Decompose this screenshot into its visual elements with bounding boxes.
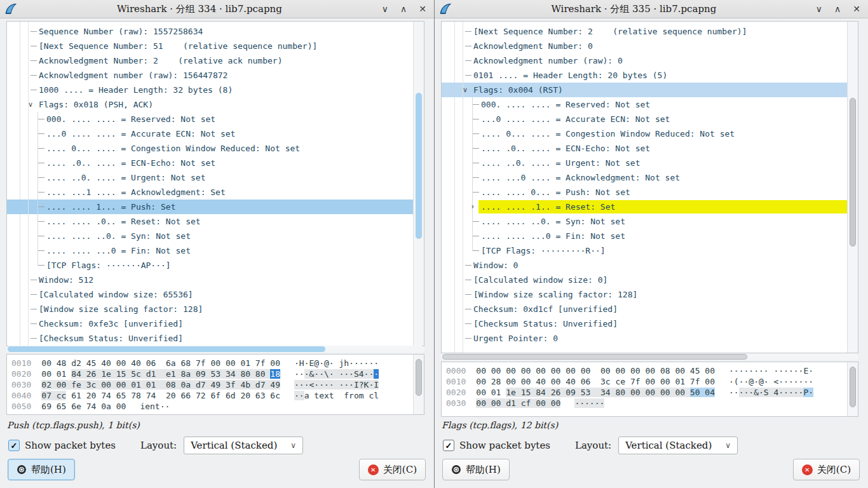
close-button[interactable]: ✕ 关闭(C) <box>359 459 426 480</box>
tree-vertical-scrollbar[interactable] <box>847 22 858 353</box>
tree-row[interactable]: .... 0... .... = Congestion Window Reduc… <box>442 126 848 141</box>
tree-row[interactable]: 000. .... .... = Reserved: Not set <box>7 112 414 126</box>
scrollbar-thumb[interactable] <box>442 354 747 360</box>
tree-row[interactable]: Sequence Number (raw): 1557258634 <box>7 24 414 39</box>
tree-row[interactable]: Checksum: 0xd1cf [unverified] <box>442 302 848 316</box>
hex-row[interactable]: 003000 00 d1 cf 00 00······ <box>446 398 848 409</box>
tree-row-label: [TCP Flags: ·······AP···] <box>46 261 171 270</box>
close-button[interactable]: ✕ 关闭(C) <box>793 459 860 480</box>
tree-row[interactable]: .... .... ...0 = Fin: Not set <box>7 243 414 258</box>
tree-row[interactable]: [Window size scaling factor: 128] <box>442 287 848 302</box>
tree-row[interactable]: .... ..0. .... = Urgent: Not set <box>7 170 414 185</box>
close-icon[interactable]: ✕ <box>419 0 426 18</box>
tree-row[interactable]: .... .... ..0. = Syn: Not set <box>442 214 848 229</box>
tree-row[interactable]: [Next Sequence Number: 51 (relative sequ… <box>7 39 414 53</box>
tree-row[interactable]: ∨Flags: 0x004 (RST) <box>442 83 848 97</box>
tree-row[interactable]: 000. .... .... = Reserved: Not set <box>442 97 848 112</box>
tree-row[interactable]: ...0 .... .... = Accurate ECN: Not set <box>7 126 414 141</box>
titlebar[interactable]: Wireshark · 分组 334 · lib7.pcapng ∨ ∧ ✕ <box>0 0 434 18</box>
hex-dump[interactable]: 001000 48 d2 45 40 00 40 06 6a 68 7f 00 … <box>7 355 414 414</box>
tree-row-label: [Window size scaling factor: 128] <box>473 290 637 299</box>
tree-row-label: .... ...0 .... = Acknowledgment: Not set <box>481 173 680 182</box>
tree-row[interactable]: ...0 .... .... = Accurate ECN: Not set <box>442 112 848 126</box>
hex-vertical-scrollbar[interactable] <box>413 355 424 414</box>
tree-row[interactable]: [TCP Flags: ·········R··] <box>442 243 848 258</box>
tree-row[interactable]: Window: 0 <box>442 258 848 273</box>
expander-collapsed-icon[interactable]: › <box>468 200 477 214</box>
tree-row[interactable]: Window: 512 <box>7 273 414 287</box>
tree-row[interactable]: .... .0.. .... = ECN-Echo: Not set <box>7 156 414 170</box>
tree-row[interactable]: Checksum: 0xfe3c [unverified] <box>7 316 414 331</box>
tree-row-label: [Next Sequence Number: 51 (relative sequ… <box>39 41 317 51</box>
expander-open-icon[interactable]: ∨ <box>26 97 35 112</box>
tree-row[interactable]: Acknowledgment Number: 0 <box>442 39 848 53</box>
hex-row[interactable]: 001000 28 00 00 40 00 40 06 3c ce 7f 00 … <box>446 376 848 387</box>
tree-horizontal-scrollbar[interactable] <box>441 353 858 360</box>
tree-row[interactable]: .... .0.. .... = ECN-Echo: Not set <box>442 141 848 156</box>
tree-row[interactable]: .... ...1 .... = Acknowledgment: Set <box>7 185 414 200</box>
hex-row[interactable]: 001000 48 d2 45 40 00 40 06 6a 68 7f 00 … <box>11 358 414 369</box>
hex-row[interactable]: 002000 01 84 26 1e 15 5c d1 e1 8a 09 53 … <box>11 369 414 379</box>
help-button[interactable]: 帮助(H) <box>8 459 75 480</box>
tree-guide-dash <box>38 163 44 163</box>
tree-guide-dash <box>473 163 479 163</box>
tree-row[interactable]: .... .... ..0. = Syn: Not set <box>7 229 414 243</box>
tree-row[interactable]: ›.... .... .1.. = Reset: Set <box>442 200 848 214</box>
tree-row[interactable]: [Calculated window size: 65536] <box>7 287 414 302</box>
layout-dropdown[interactable]: Vertical (Stacked) ∨ <box>184 437 303 454</box>
titlebar[interactable]: Wireshark · 分组 335 · lib7.pcapng ∨ ∧ ✕ <box>435 0 868 18</box>
scrollbar-thumb[interactable] <box>850 98 856 247</box>
show-packet-bytes-label: Show packet bytes <box>25 440 116 451</box>
help-button[interactable]: 帮助(H) <box>442 459 510 480</box>
tree-row[interactable]: 1000 .... = Header Length: 32 bytes (8) <box>7 83 414 97</box>
tree-row[interactable]: .... .... 1... = Push: Set <box>7 200 414 214</box>
tree-row[interactable]: .... .... .0.. = Reset: Not set <box>7 214 414 229</box>
packet-detail-tree[interactable]: Sequence Number (raw): 1557258634[Next S… <box>7 22 414 346</box>
expander-open-icon[interactable]: ∨ <box>461 83 470 97</box>
shade-icon[interactable]: ∨ <box>816 0 822 18</box>
tree-row[interactable]: [Window size scaling factor: 128] <box>7 302 414 316</box>
tree-row[interactable]: 0101 .... = Header Length: 20 bytes (5) <box>442 68 848 83</box>
tree-row[interactable]: [Next Sequence Number: 2 (relative seque… <box>442 24 848 39</box>
maximize-icon[interactable]: ∧ <box>400 0 407 18</box>
tree-row[interactable]: Acknowledgment number (raw): 0 <box>442 53 848 68</box>
tree-row[interactable]: .... .... ...0 = Fin: Not set <box>442 229 848 243</box>
close-icon[interactable]: ✕ <box>853 0 860 18</box>
tree-row[interactable]: [Calculated window size: 0] <box>442 273 848 287</box>
hex-dump[interactable]: 000000 00 00 00 00 00 00 00 00 00 00 00 … <box>442 362 848 416</box>
tree-guide-dash <box>38 236 44 236</box>
tree-row[interactable]: .... 0... .... = Congestion Window Reduc… <box>7 141 414 156</box>
layout-dropdown-value: Vertical (Stacked) <box>619 440 725 451</box>
hex-row[interactable]: 000000 00 00 00 00 00 00 00 00 00 00 00 … <box>446 365 848 376</box>
maximize-icon[interactable]: ∧ <box>834 0 841 18</box>
tree-row[interactable]: .... .... 0... = Push: Not set <box>442 185 848 200</box>
tree-row-label: [Calculated window size: 0] <box>473 275 607 285</box>
tree-row[interactable]: .... ...0 .... = Acknowledgment: Not set <box>442 170 848 185</box>
tree-row[interactable]: Acknowledgment number (raw): 156447872 <box>7 68 414 83</box>
show-packet-bytes-checkbox[interactable]: ✓ <box>443 440 454 451</box>
show-packet-bytes-checkbox[interactable]: ✓ <box>8 440 20 451</box>
packet-detail-tree[interactable]: [Next Sequence Number: 2 (relative seque… <box>442 22 848 353</box>
scrollbar-thumb[interactable] <box>416 359 422 396</box>
scrollbar-thumb[interactable] <box>8 346 325 352</box>
tree-row[interactable]: .... ..0. .... = Urgent: Not set <box>442 156 848 170</box>
hex-row[interactable]: 005069 65 6e 74 0a 00ient·· <box>11 401 414 412</box>
tree-row[interactable]: [TCP Flags: ·······AP···] <box>7 258 414 273</box>
tree-row[interactable]: ∨Flags: 0x018 (PSH, ACK) <box>7 97 414 112</box>
scrollbar-thumb[interactable] <box>850 367 856 408</box>
tree-horizontal-scrollbar[interactable] <box>6 346 424 353</box>
hex-row[interactable]: 003002 00 fe 3c 00 00 01 01 08 0a d7 49 … <box>11 379 414 390</box>
hex-row[interactable]: 004007 cc 61 20 74 65 78 74 20 66 72 6f … <box>11 390 414 401</box>
layout-dropdown[interactable]: Vertical (Stacked) ∨ <box>618 437 738 454</box>
tree-row[interactable]: [Checksum Status: Unverified] <box>7 331 414 346</box>
scrollbar-thumb[interactable] <box>416 93 422 239</box>
tree-vertical-scrollbar[interactable] <box>413 22 424 346</box>
tree-row[interactable]: [Checksum Status: Unverified] <box>442 316 848 331</box>
shade-icon[interactable]: ∨ <box>382 0 388 18</box>
tree-guide-dash <box>465 309 471 309</box>
tree-row[interactable]: Urgent Pointer: 0 <box>442 331 848 346</box>
tree-row-label: ...0 .... .... = Accurate ECN: Not set <box>46 129 235 139</box>
hex-vertical-scrollbar[interactable] <box>847 362 858 416</box>
hex-row[interactable]: 002000 01 1e 15 84 26 09 53 34 80 00 00 … <box>446 387 848 398</box>
tree-row[interactable]: Acknowledgment Number: 2 (relative ack n… <box>7 53 414 68</box>
